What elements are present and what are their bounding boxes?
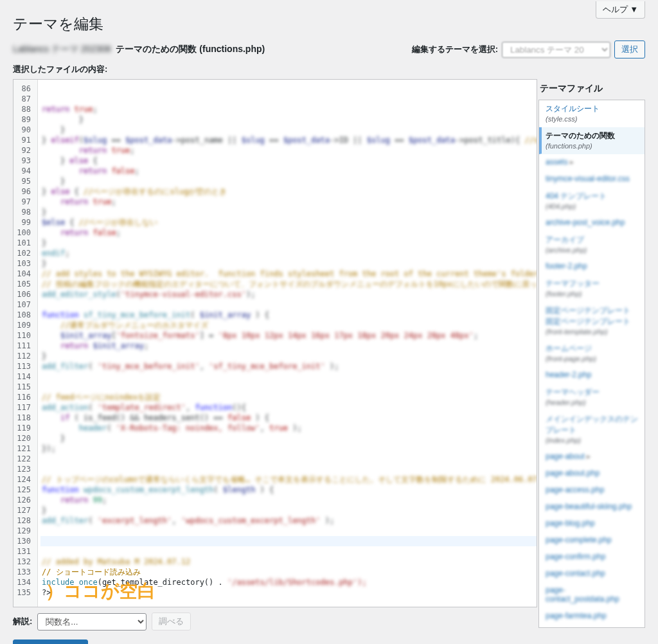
file-name: page-blog.php (546, 519, 638, 528)
file-list-item[interactable]: 404 テンプレート(404.php) (539, 188, 645, 215)
code-line[interactable]: include_once(get_template_directory() . … (40, 577, 537, 587)
file-list-item[interactable]: メインインデックスのテンプレート(index.php) (539, 411, 645, 449)
code-line[interactable]: $else { //ページが存在しない (40, 217, 537, 228)
file-list[interactable]: スタイルシート(style.css)テーマのための関数(functions.ph… (538, 100, 645, 628)
code-line[interactable] (40, 526, 537, 536)
file-name: メインインデックスのテンプレート (546, 414, 638, 436)
code-line[interactable]: header( 'X-Robots-Tag: noindex, follow',… (40, 423, 537, 433)
lookup-button[interactable]: 調べる (152, 613, 191, 631)
file-list-item[interactable]: スタイルシート(style.css) (539, 100, 645, 127)
code-line[interactable]: add_filter( 'excerpt_length', 'wpdocs_cu… (40, 515, 537, 526)
code-line[interactable]: // add styles to the WYSIWYG editor. fun… (40, 269, 537, 279)
code-line[interactable]: } (40, 258, 537, 269)
file-list-item[interactable]: header-2.php (539, 367, 645, 384)
code-line[interactable]: return true; (40, 145, 537, 156)
file-list-item[interactable]: テーマフッター(footer.php) (539, 275, 645, 302)
code-line[interactable]: return false; (40, 228, 537, 238)
help-tab[interactable]: ヘルプ ▼ (596, 1, 645, 19)
code-line[interactable]: } (40, 351, 537, 361)
code-line[interactable]: return true; (40, 197, 537, 207)
code-line[interactable]: } elseif($slug == $post_data->post_name … (40, 135, 537, 145)
file-list-item[interactable]: 固定ページテンプレート 固定ページテンプレート(front-template.p… (539, 302, 645, 340)
code-line[interactable]: // ショートコード読み込み (40, 567, 537, 577)
file-name: アーカイブ (546, 235, 638, 246)
code-line[interactable]: // added by Matsuba M 2024.07.12 (40, 557, 537, 567)
code-line[interactable]: return false; (40, 166, 537, 176)
code-line[interactable]: if ( is_feed() && headers_sent() == fals… (40, 413, 537, 423)
code-line[interactable]: //通常プルダウンメニューのカスタマイズ (40, 320, 537, 330)
file-list-item[interactable]: テーマのための関数(functions.php) (539, 127, 645, 154)
code-line[interactable] (40, 598, 537, 607)
page-title: テーマを編集 (13, 14, 645, 34)
file-list-item[interactable]: page-farmtea.php (539, 608, 645, 625)
selected-file-label: 選択したファイルの内容: (13, 64, 645, 75)
code-line[interactable]: } (40, 433, 537, 443)
code-line[interactable]: }); (40, 443, 537, 454)
file-list-item[interactable]: page-confirm.php (539, 549, 645, 566)
file-name: テーマフッター (546, 278, 638, 289)
file-name: page-about.php (546, 469, 638, 478)
file-name: page-access.php (546, 485, 638, 494)
theme-select[interactable]: Lablancs テーマ 20 (502, 42, 610, 58)
code-line[interactable] (40, 546, 537, 557)
file-name: page-confirm.php (546, 552, 638, 561)
code-line[interactable]: // 投稿の編集フロックの機能指定のエディターについて、フォントサイズのプルダウ… (40, 279, 537, 289)
code-line[interactable]: // トップページのcolumnで通常ならいくら文字でも省略… そこで本文を表示… (40, 474, 537, 485)
file-list-item[interactable]: page-beautiful-skiing.php (539, 499, 645, 515)
code-line[interactable]: } else { (40, 156, 537, 166)
code-line[interactable]: add_filter( 'tiny_mce_before_init', 'sf_… (40, 361, 537, 371)
code-line[interactable]: function wpdocs_custom_excerpt_length( $… (40, 485, 537, 495)
code-line[interactable]: add_editor_style('tinymce-visual-editor.… (40, 289, 537, 300)
file-list-item[interactable]: テーマヘッダー(header.php) (539, 384, 645, 411)
file-desc: (archive.php) (546, 246, 638, 254)
code-line[interactable]: } (40, 114, 537, 125)
file-list-item[interactable]: assets (539, 154, 645, 171)
file-desc: (functions.php) (546, 142, 638, 150)
file-list-item[interactable]: tinymce-visual-editor.css (539, 171, 645, 188)
file-name: page-beautiful-skiing.php (546, 502, 638, 511)
code-line[interactable]: } (40, 238, 537, 248)
code-line[interactable]: return true; (40, 104, 537, 114)
code-line[interactable]: } else { //ページが存在するのにslugが空のとき (40, 186, 537, 197)
code-line[interactable]: } (40, 505, 537, 515)
code-line[interactable] (40, 454, 537, 464)
code-line[interactable]: function sf_tiny_mce_before_init( $init_… (40, 310, 537, 320)
file-name: header-2.php (546, 370, 638, 379)
file-list-item[interactable]: page-access.php (539, 482, 645, 499)
file-list-item[interactable]: アーカイブ(archive.php) (539, 231, 645, 258)
code-line[interactable] (40, 300, 537, 310)
code-line[interactable]: endif; (40, 248, 537, 258)
file-name: page-farmtea.php (546, 611, 638, 620)
select-button[interactable]: 選択 (614, 40, 645, 58)
file-list-item[interactable]: page-about.php (539, 465, 645, 482)
file-name: page-about (546, 452, 638, 461)
code-line[interactable]: ?> (40, 587, 537, 598)
code-line[interactable] (40, 371, 537, 382)
file-list-item[interactable]: page-list.php (539, 625, 645, 628)
code-line[interactable]: } (40, 176, 537, 186)
code-line[interactable] (40, 536, 537, 546)
code-line[interactable]: add_action( 'template_redirect', functio… (40, 402, 537, 413)
file-name: assets (546, 157, 638, 166)
file-list-item[interactable]: footer-2.php (539, 258, 645, 275)
code-line[interactable]: } (40, 207, 537, 217)
code-line[interactable]: } (40, 125, 537, 135)
update-file-button[interactable]: ファイルを更新 (13, 640, 88, 644)
code-editor[interactable]: 8687888990919293949596979899100101102103… (13, 79, 537, 607)
file-list-item[interactable]: page-blog.php (539, 515, 645, 532)
file-list-item[interactable]: page-about (539, 449, 645, 465)
code-area[interactable]: return true; } }} elseif($slug == $post_… (38, 80, 537, 607)
code-line[interactable]: return 99; (40, 495, 537, 505)
code-line[interactable]: return $init_array; (40, 341, 537, 351)
file-list-item[interactable]: page-contact.php (539, 566, 645, 582)
code-line[interactable] (40, 464, 537, 474)
file-list-item[interactable]: page-complete.php (539, 532, 645, 549)
code-line[interactable]: $init_array['fontsize_formats'] = '8px 1… (40, 330, 537, 341)
docs-select[interactable]: 関数名... (37, 613, 147, 631)
docs-label: 解説: (13, 616, 32, 627)
code-line[interactable] (40, 382, 537, 392)
code-line[interactable]: // feedページにnoindexを設定 (40, 392, 537, 402)
file-list-item[interactable]: archive-post_voice.php (539, 215, 645, 231)
file-list-item[interactable]: ホームページ(front-page.php) (539, 340, 645, 367)
file-list-item[interactable]: page-contact_postdata.php (539, 582, 645, 608)
